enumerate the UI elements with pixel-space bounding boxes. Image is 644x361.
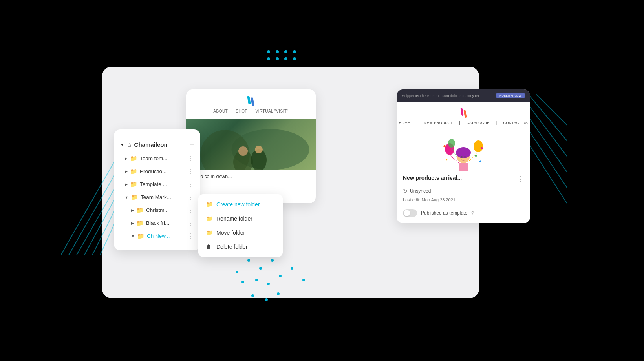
item-arrow-icon: ▶ [131,208,134,212]
svg-point-26 [464,156,466,158]
folder-more-button[interactable]: ⋮ [188,155,194,162]
folder-more-button[interactable]: ⋮ [188,193,194,201]
logo-bar-2 [251,97,255,106]
menu-item-label: Rename folder [216,215,252,222]
preview-hero-image [186,119,316,170]
nav-contact[interactable]: CONTACT US [503,121,528,125]
folder-icon: 📁 [136,207,144,214]
help-icon[interactable]: ? [471,210,474,216]
logo-bar-orange [463,110,467,118]
menu-item-label: Move folder [216,230,245,236]
svg-point-20 [448,139,455,148]
svg-rect-30 [446,159,448,161]
item-arrow-icon: ▶ [131,221,134,225]
preview-card-website-2: Snippet text here lorem ipsum dolor is d… [397,89,530,223]
trash-icon: 🗑 [205,244,212,250]
published-template-toggle[interactable] [403,209,417,217]
root-arrow-icon: ▼ [120,142,124,147]
folder-item-team-tem[interactable]: ▶ 📁 Team tem... ⋮ [114,152,200,165]
folder-more-button[interactable]: ⋮ [188,168,194,175]
folder-item-team-mark[interactable]: ▼ 📁 Team Mark... ⋮ [114,191,200,204]
item-arrow-icon: ▶ [125,170,128,173]
preview-logo-area: ABOUT SHOP VIRTUAL "VISIT" [186,89,316,119]
folder-icon: 📁 [205,230,212,236]
preview2-logo-area [397,102,530,121]
home-icon: ⌂ [127,141,131,148]
folder-tree-panel: ▼ ⌂ Chamaileon + ▶ 📁 Team tem... ⋮ ▶ 📁 P… [114,129,200,250]
folder-item-name: Team tem... [140,155,185,161]
nav-virtual[interactable]: VIRTUAL "VISIT" [256,109,289,113]
toggle-knob [404,210,410,216]
nav-divider: | [459,121,460,125]
folder-item-black-friday[interactable]: ▶ 📁 Black fri... ⋮ [120,217,200,230]
menu-item-label: Create new folder [216,201,260,208]
menu-item-label: Delete folder [216,244,247,250]
status-text: Unsynced [410,188,431,194]
folder-more-button[interactable]: ⋮ [188,232,194,240]
folder-more-button[interactable]: ⋮ [188,219,194,227]
folder-item-name: Christm... [146,207,185,213]
nav-home[interactable]: HOME [399,121,410,125]
preview2-status: ↻ Unsynced [397,186,530,197]
folder-icon: 📁 [130,168,137,175]
svg-point-15 [255,146,263,153]
add-folder-button[interactable]: + [190,140,194,149]
menu-item-create[interactable]: 📁 Create new folder [198,197,283,211]
nav-about[interactable]: ABOUT [213,109,228,113]
folder-item-name: Ch New... [147,233,185,239]
preview2-more-button[interactable]: ⋮ [517,175,524,183]
nav-divider: | [417,121,418,125]
item-arrow-icon: ▼ [125,195,128,199]
people-silhouette [212,131,290,170]
folder-more-button[interactable]: ⋮ [188,180,194,188]
preview-nav-links: ABOUT SHOP VIRTUAL "VISIT" [213,109,288,116]
bottom-dots-decoration [236,259,322,306]
preview2-template-area: Published as template ? [397,206,530,223]
preview-caption: ce to calm down... [192,174,302,179]
folder-item-name: Template ... [140,181,185,187]
sync-icon: ↻ [403,188,408,194]
preview2-illustration [397,129,530,172]
svg-rect-22 [459,163,468,171]
folder-item-name: Black fri... [146,220,185,226]
folder-item-ch-new[interactable]: ▼ 📁 Ch New... ⋮ [120,230,200,242]
svg-point-18 [474,140,483,152]
preview-more-button[interactable]: ⋮ [302,174,309,182]
menu-item-move[interactable]: 📁 Move folder [198,226,283,240]
menu-item-rename[interactable]: 📁 Rename folder [198,211,283,226]
preview-card-website-1: ABOUT SHOP VIRTUAL "VISIT" ce to calm do… [186,89,316,203]
nav-catalogue[interactable]: CATALOGUE [467,121,490,125]
folder-icon: 📁 [130,181,137,188]
preview2-header-text: Snippet text here lorem ipsum dolor is d… [402,94,481,98]
preview2-last-edit: Last edit: Mon Aug 23 2021 [397,197,530,206]
nav-new-product[interactable]: NEW PRODUCT [424,121,453,125]
cartoon-girl-svg [432,135,495,179]
last-edit-text: Last edit: Mon Aug 23 2021 [403,197,456,202]
folder-icon: 📁 [205,215,212,222]
folder-item-name: Productio... [140,168,185,174]
logo-bar-pink [460,108,463,116]
context-menu: 📁 Create new folder 📁 Rename folder 📁 Mo… [198,194,283,257]
nav-divider: | [496,121,497,125]
svg-point-24 [456,147,471,158]
svg-line-10 [528,94,567,141]
svg-point-14 [238,146,248,156]
template-label: Published as template [421,210,467,216]
root-label: Chamaileon [134,141,168,148]
menu-item-delete[interactable]: 🗑 Delete folder [198,240,283,254]
folder-item-christmas[interactable]: ▶ 📁 Christm... ⋮ [120,204,200,217]
folder-item-name: Team Mark... [141,194,185,200]
folder-more-button[interactable]: ⋮ [188,206,194,214]
item-arrow-icon: ▶ [125,157,128,160]
preview-logo [213,96,288,106]
item-arrow-icon: ▼ [131,234,135,238]
folder-item-template[interactable]: ▶ 📁 Template ... ⋮ [114,178,200,191]
folder-icon: 📁 [131,194,138,201]
nav-shop[interactable]: SHOP [236,109,247,113]
folder-item-production[interactable]: ▶ 📁 Productio... ⋮ [114,165,200,178]
preview2-logo [461,108,466,118]
item-arrow-icon: ▶ [125,182,128,186]
preview-text-area: ce to calm down... ⋮ [186,170,316,186]
dots-top-decoration [267,50,298,60]
preview2-publish-button[interactable]: PUBLISH NOW [496,93,525,98]
